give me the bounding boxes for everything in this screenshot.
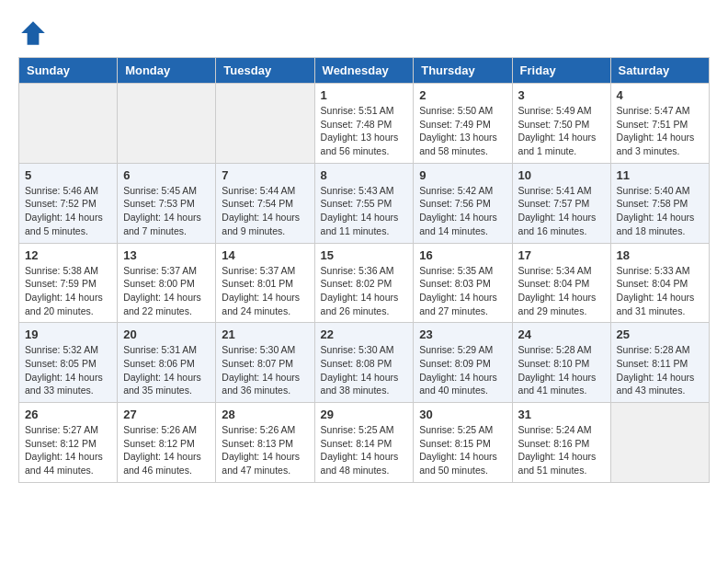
calendar: SundayMondayTuesdayWednesdayThursdayFrid… — [18, 57, 710, 483]
calendar-cell — [118, 84, 216, 164]
daylight-text: Daylight: 13 hours and 56 minutes. — [321, 131, 408, 157]
day-number: 9 — [419, 168, 506, 182]
calendar-week-row: 12Sunrise: 5:38 AMSunset: 7:59 PMDayligh… — [19, 243, 710, 323]
sunset-text: Sunset: 8:12 PM — [25, 437, 111, 451]
day-number: 30 — [419, 408, 506, 421]
day-info: Sunrise: 5:37 AMSunset: 8:01 PMDaylight:… — [222, 264, 308, 318]
sunset-text: Sunset: 8:01 PM — [222, 277, 308, 291]
page-header — [18, 18, 710, 48]
weekday-header: Tuesday — [216, 58, 314, 84]
sunset-text: Sunset: 8:09 PM — [419, 357, 506, 371]
sunset-text: Sunset: 8:15 PM — [419, 437, 506, 451]
sunset-text: Sunset: 8:04 PM — [617, 277, 703, 291]
daylight-text: Daylight: 14 hours and 14 minutes. — [419, 211, 506, 237]
sunrise-text: Sunrise: 5:37 AM — [222, 264, 308, 278]
daylight-text: Daylight: 14 hours and 29 minutes. — [518, 291, 605, 317]
day-info: Sunrise: 5:32 AMSunset: 8:05 PMDaylight:… — [25, 343, 111, 397]
sunset-text: Sunset: 7:49 PM — [419, 118, 506, 132]
sunrise-text: Sunrise: 5:28 AM — [617, 343, 703, 357]
calendar-cell: 21Sunrise: 5:30 AMSunset: 8:07 PMDayligh… — [216, 323, 314, 403]
sunset-text: Sunset: 7:50 PM — [518, 118, 605, 132]
calendar-cell: 10Sunrise: 5:41 AMSunset: 7:57 PMDayligh… — [512, 163, 610, 243]
day-number: 2 — [419, 88, 506, 102]
daylight-text: Daylight: 14 hours and 41 minutes. — [518, 371, 605, 397]
daylight-text: Daylight: 14 hours and 46 minutes. — [123, 450, 210, 477]
sunrise-text: Sunrise: 5:26 AM — [123, 423, 210, 437]
calendar-cell: 4Sunrise: 5:47 AMSunset: 7:51 PMDaylight… — [610, 84, 709, 164]
day-number: 21 — [222, 327, 308, 341]
daylight-text: Daylight: 14 hours and 26 minutes. — [321, 291, 408, 317]
day-info: Sunrise: 5:26 AMSunset: 8:13 PMDaylight:… — [222, 423, 308, 477]
sunrise-text: Sunrise: 5:28 AM — [518, 343, 605, 357]
calendar-cell: 30Sunrise: 5:25 AMSunset: 8:15 PMDayligh… — [414, 403, 512, 483]
sunset-text: Sunset: 8:12 PM — [123, 437, 210, 451]
day-info: Sunrise: 5:33 AMSunset: 8:04 PMDaylight:… — [617, 264, 703, 318]
day-info: Sunrise: 5:40 AMSunset: 7:58 PMDaylight:… — [617, 184, 703, 238]
day-number: 29 — [321, 408, 408, 421]
sunset-text: Sunset: 7:55 PM — [321, 197, 408, 211]
sunrise-text: Sunrise: 5:51 AM — [321, 104, 408, 118]
sunrise-text: Sunrise: 5:24 AM — [518, 423, 605, 437]
calendar-cell: 3Sunrise: 5:49 AMSunset: 7:50 PMDaylight… — [512, 84, 610, 164]
weekday-header: Wednesday — [314, 58, 414, 84]
day-number: 17 — [518, 248, 605, 262]
sunrise-text: Sunrise: 5:50 AM — [419, 104, 506, 118]
day-number: 16 — [419, 248, 506, 262]
day-number: 10 — [518, 168, 605, 182]
sunset-text: Sunset: 8:11 PM — [617, 357, 703, 371]
calendar-cell: 15Sunrise: 5:36 AMSunset: 8:02 PMDayligh… — [314, 243, 414, 323]
sunrise-text: Sunrise: 5:25 AM — [419, 423, 506, 437]
calendar-cell: 26Sunrise: 5:27 AMSunset: 8:12 PMDayligh… — [19, 403, 118, 483]
calendar-cell: 27Sunrise: 5:26 AMSunset: 8:12 PMDayligh… — [118, 403, 216, 483]
daylight-text: Daylight: 14 hours and 5 minutes. — [25, 211, 111, 237]
calendar-cell: 24Sunrise: 5:28 AMSunset: 8:10 PMDayligh… — [512, 323, 610, 403]
day-number: 11 — [617, 168, 703, 182]
calendar-cell: 18Sunrise: 5:33 AMSunset: 8:04 PMDayligh… — [610, 243, 709, 323]
daylight-text: Daylight: 14 hours and 27 minutes. — [419, 291, 506, 317]
calendar-week-row: 1Sunrise: 5:51 AMSunset: 7:48 PMDaylight… — [19, 84, 710, 164]
logo — [18, 18, 51, 48]
day-number: 23 — [419, 327, 506, 341]
calendar-cell: 8Sunrise: 5:43 AMSunset: 7:55 PMDaylight… — [314, 163, 414, 243]
svg-marker-0 — [21, 21, 45, 45]
day-number: 18 — [617, 248, 703, 262]
weekday-header-row: SundayMondayTuesdayWednesdayThursdayFrid… — [19, 58, 710, 84]
calendar-cell: 11Sunrise: 5:40 AMSunset: 7:58 PMDayligh… — [610, 163, 709, 243]
day-number: 7 — [222, 168, 308, 182]
day-number: 4 — [617, 88, 703, 102]
calendar-cell: 5Sunrise: 5:46 AMSunset: 7:52 PMDaylight… — [19, 163, 118, 243]
sunset-text: Sunset: 8:04 PM — [518, 277, 605, 291]
daylight-text: Daylight: 14 hours and 22 minutes. — [123, 291, 210, 317]
day-info: Sunrise: 5:36 AMSunset: 8:02 PMDaylight:… — [321, 264, 408, 318]
sunset-text: Sunset: 8:07 PM — [222, 357, 308, 371]
day-info: Sunrise: 5:45 AMSunset: 7:53 PMDaylight:… — [123, 184, 210, 238]
daylight-text: Daylight: 14 hours and 33 minutes. — [25, 371, 111, 397]
calendar-cell: 14Sunrise: 5:37 AMSunset: 8:01 PMDayligh… — [216, 243, 314, 323]
daylight-text: Daylight: 14 hours and 7 minutes. — [123, 211, 210, 237]
sunrise-text: Sunrise: 5:35 AM — [419, 264, 506, 278]
sunrise-text: Sunrise: 5:30 AM — [321, 343, 408, 357]
day-info: Sunrise: 5:47 AMSunset: 7:51 PMDaylight:… — [617, 104, 703, 158]
daylight-text: Daylight: 14 hours and 36 minutes. — [222, 371, 308, 397]
sunset-text: Sunset: 8:02 PM — [321, 277, 408, 291]
daylight-text: Daylight: 14 hours and 20 minutes. — [25, 291, 111, 317]
weekday-header: Thursday — [414, 58, 512, 84]
day-info: Sunrise: 5:37 AMSunset: 8:00 PMDaylight:… — [123, 264, 210, 318]
day-info: Sunrise: 5:28 AMSunset: 8:10 PMDaylight:… — [518, 343, 605, 397]
daylight-text: Daylight: 14 hours and 18 minutes. — [617, 211, 703, 237]
sunrise-text: Sunrise: 5:47 AM — [617, 104, 703, 118]
calendar-cell — [610, 403, 709, 483]
sunrise-text: Sunrise: 5:33 AM — [617, 264, 703, 278]
calendar-body: 1Sunrise: 5:51 AMSunset: 7:48 PMDaylight… — [19, 84, 710, 483]
sunrise-text: Sunrise: 5:49 AM — [518, 104, 605, 118]
sunset-text: Sunset: 8:13 PM — [222, 437, 308, 451]
sunrise-text: Sunrise: 5:37 AM — [123, 264, 210, 278]
daylight-text: Daylight: 14 hours and 1 minute. — [518, 131, 605, 157]
day-info: Sunrise: 5:41 AMSunset: 7:57 PMDaylight:… — [518, 184, 605, 238]
calendar-week-row: 26Sunrise: 5:27 AMSunset: 8:12 PMDayligh… — [19, 403, 710, 483]
sunset-text: Sunset: 8:08 PM — [321, 357, 408, 371]
daylight-text: Daylight: 14 hours and 48 minutes. — [321, 450, 408, 477]
day-info: Sunrise: 5:24 AMSunset: 8:16 PMDaylight:… — [518, 423, 605, 477]
day-info: Sunrise: 5:27 AMSunset: 8:12 PMDaylight:… — [25, 423, 111, 477]
calendar-cell: 6Sunrise: 5:45 AMSunset: 7:53 PMDaylight… — [118, 163, 216, 243]
